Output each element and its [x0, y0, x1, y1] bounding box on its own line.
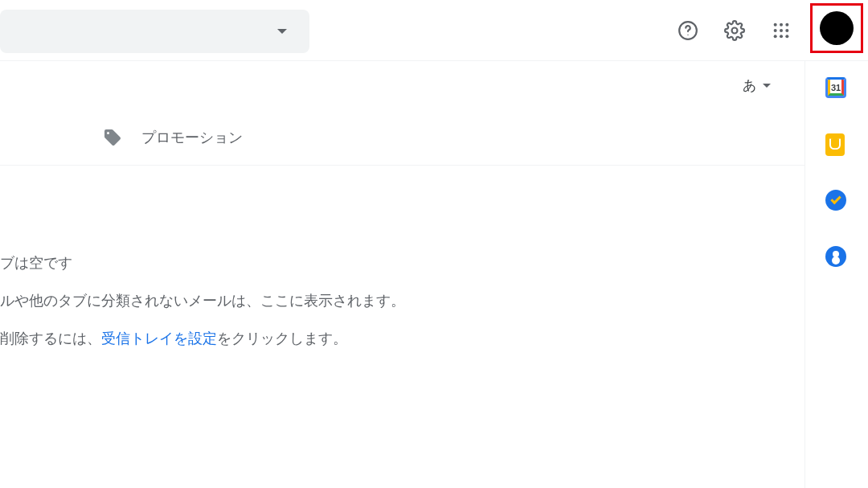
- svg-point-5: [785, 23, 788, 27]
- search-input[interactable]: [0, 10, 309, 53]
- empty-line-2: ルや他のタブに分類されないメールは、ここに表示されます。: [0, 290, 805, 312]
- svg-point-7: [780, 29, 783, 32]
- svg-point-6: [774, 29, 777, 32]
- svg-point-9: [774, 35, 777, 38]
- chevron-down-icon: [763, 84, 771, 88]
- svg-point-3: [774, 23, 777, 27]
- tasks-app-icon[interactable]: [825, 190, 848, 212]
- calendar-app-icon[interactable]: 31: [825, 77, 848, 100]
- category-tabs: プロモーション: [0, 109, 805, 166]
- tab-promotions[interactable]: プロモーション: [0, 128, 243, 147]
- side-panel: 31: [805, 61, 868, 488]
- empty-line-1: ブは空です: [0, 252, 805, 274]
- empty-line-3a: 削除するには、: [0, 330, 101, 347]
- contacts-app-icon[interactable]: [825, 246, 848, 269]
- help-icon[interactable]: [672, 14, 704, 47]
- account-avatar[interactable]: [820, 11, 854, 45]
- keep-app-icon[interactable]: [825, 133, 848, 156]
- app-header: [0, 0, 868, 61]
- svg-point-2: [732, 28, 738, 34]
- svg-point-4: [780, 23, 783, 27]
- account-avatar-highlight: [810, 3, 863, 53]
- empty-state: ブは空です ルや他のタブに分類されないメールは、ここに表示されます。 削除するに…: [0, 166, 805, 350]
- empty-line-3: 削除するには、受信トレイを設定をクリックします。: [0, 328, 805, 350]
- settings-gear-icon[interactable]: [719, 14, 751, 47]
- svg-point-10: [780, 35, 783, 38]
- mail-toolbar: あ: [0, 61, 805, 109]
- empty-line-3b: をクリックします。: [217, 330, 347, 347]
- svg-point-8: [785, 29, 788, 32]
- tag-icon: [103, 128, 122, 147]
- dropdown-icon[interactable]: [277, 29, 287, 34]
- input-method-label: あ: [743, 76, 756, 95]
- input-method-switch[interactable]: あ: [743, 76, 771, 95]
- svg-point-11: [785, 35, 788, 38]
- svg-point-1: [687, 35, 688, 35]
- main-pane: あ プロモーション ブは空です ルや他のタブに分類されないメールは、ここに表示さ…: [0, 61, 805, 488]
- apps-grid-icon[interactable]: [765, 14, 797, 47]
- header-actions: [672, 0, 797, 61]
- calendar-day-number: 31: [828, 80, 844, 96]
- tab-label: プロモーション: [141, 128, 243, 147]
- configure-inbox-link[interactable]: 受信トレイを設定: [101, 330, 217, 347]
